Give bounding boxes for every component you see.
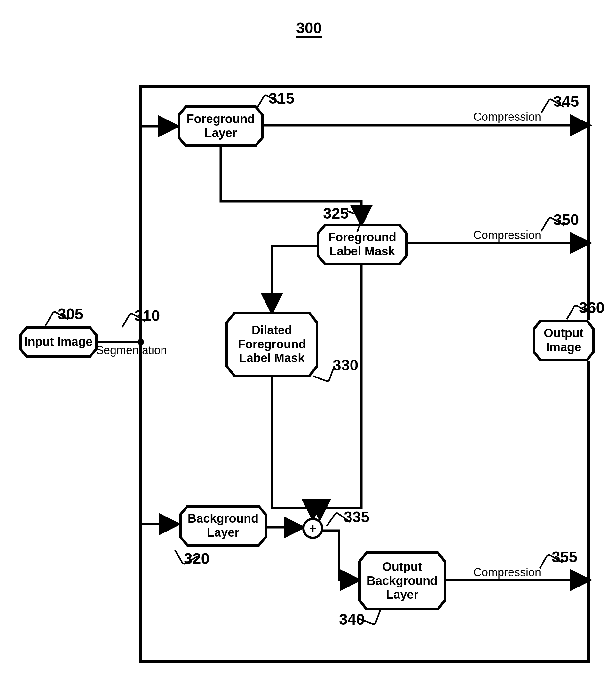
label-foreground-layer: ForegroundLayer xyxy=(183,110,258,142)
node-foreground-label-mask: ForegroundLabel Mask xyxy=(317,224,408,265)
edge-label-segmentation: Segmentation xyxy=(96,344,167,357)
node-output-image: OutputImage xyxy=(532,320,595,361)
ref-330: 330 xyxy=(333,357,358,374)
node-foreground-layer: ForegroundLayer xyxy=(177,106,264,147)
sum-symbol: + xyxy=(309,522,316,535)
diagram-root: 300 xyxy=(0,0,616,684)
figure-number: 300 xyxy=(296,19,322,37)
edge-label-compression-350: Compression xyxy=(474,229,541,242)
node-sum: + xyxy=(302,518,323,539)
label-output-image: OutputImage xyxy=(541,324,587,356)
node-background-layer: BackgroundLayer xyxy=(179,505,267,547)
label-foreground-label-mask: ForegroundLabel Mask xyxy=(325,229,399,260)
node-dilated-fg-label-mask: DilatedForegroundLabel Mask xyxy=(225,312,318,377)
label-dilated-fg-label-mask: DilatedForegroundLabel Mask xyxy=(235,322,309,367)
label-background-layer: BackgroundLayer xyxy=(184,510,262,542)
label-output-bg-layer: OutputBackgroundLayer xyxy=(364,558,441,604)
edge-label-compression-355: Compression xyxy=(474,566,541,579)
edge-label-compression-345: Compression xyxy=(474,110,541,124)
label-input-image: Input Image xyxy=(21,333,96,351)
node-output-bg-layer: OutputBackgroundLayer xyxy=(358,551,446,611)
